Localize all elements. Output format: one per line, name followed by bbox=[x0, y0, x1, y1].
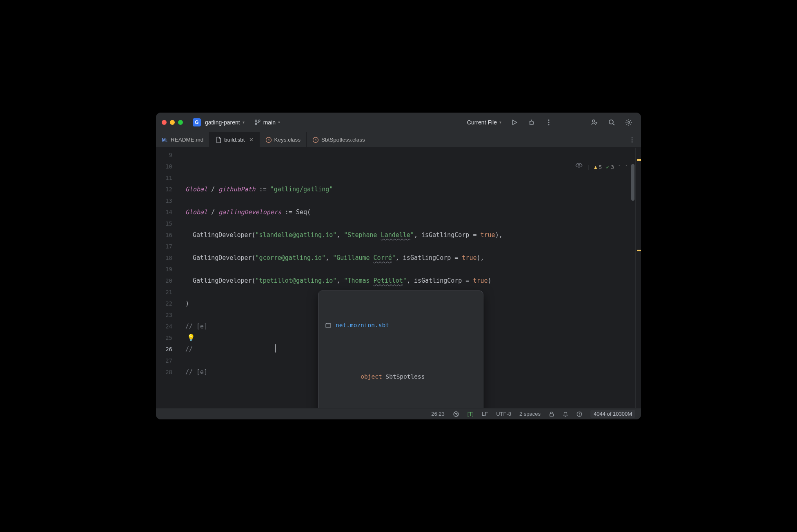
branch-icon bbox=[254, 119, 261, 126]
class-file-icon: c bbox=[265, 137, 272, 143]
svg-point-15 bbox=[632, 139, 633, 140]
tab-label: SbtSpotless.class bbox=[321, 137, 365, 143]
svg-text:c: c bbox=[315, 138, 317, 142]
tab-label: Keys.class bbox=[274, 137, 301, 143]
ok-count[interactable]: ✓ 3 bbox=[606, 162, 614, 173]
intention-bulb-icon[interactable]: 💡 bbox=[187, 332, 195, 344]
warning-icon: ▲ bbox=[594, 162, 597, 173]
svg-point-3 bbox=[530, 121, 534, 124]
file-encoding[interactable]: UTF-8 bbox=[496, 411, 511, 417]
project-selector[interactable]: gatling-parent ▾ bbox=[205, 119, 245, 126]
svg-point-4 bbox=[548, 119, 549, 120]
svg-point-9 bbox=[628, 121, 630, 123]
chevron-down-icon: ▾ bbox=[499, 120, 501, 124]
problems-icon[interactable] bbox=[577, 411, 582, 417]
branch-name: main bbox=[263, 119, 276, 126]
reader-mode-icon[interactable] bbox=[543, 150, 583, 184]
svg-point-8 bbox=[609, 120, 613, 124]
caret-position[interactable]: 26:23 bbox=[431, 411, 445, 417]
text-caret bbox=[275, 344, 276, 352]
quick-doc-popup: net.moznion.sbt object SbtSpotless exten… bbox=[318, 290, 483, 408]
editor: 910111213141516171819202122232425262728 … bbox=[156, 148, 641, 408]
svg-rect-23 bbox=[550, 414, 554, 416]
warnings-count[interactable]: ▲ 5 bbox=[594, 162, 602, 173]
settings-button[interactable] bbox=[625, 118, 633, 126]
no-newline-icon[interactable] bbox=[453, 411, 459, 417]
tab-label: build.sbt bbox=[224, 137, 245, 143]
project-icon: G bbox=[193, 118, 201, 126]
markdown-icon: M↓ bbox=[162, 137, 168, 143]
svg-point-7 bbox=[592, 120, 595, 122]
code-area[interactable]: | ▲ 5 ✓ 3 ˄ ˅ Global / githubPath := "ga… bbox=[182, 148, 635, 408]
class-file-icon: c bbox=[312, 137, 319, 143]
readonly-toggle[interactable] bbox=[549, 411, 554, 417]
close-window-button[interactable] bbox=[162, 120, 167, 125]
run-button[interactable] bbox=[510, 118, 519, 126]
editor-tabs: M↓ README.md build.sbt ✕ c Keys.class c … bbox=[156, 132, 641, 148]
svg-text:c: c bbox=[267, 138, 269, 142]
svg-point-5 bbox=[548, 122, 549, 123]
tab-keys-class[interactable]: c Keys.class bbox=[260, 132, 307, 147]
ide-window: G gatling-parent ▾ main ▾ Current File ▾ bbox=[156, 113, 641, 419]
tab-sbtspotless-class[interactable]: c SbtSpotless.class bbox=[307, 132, 371, 147]
chevron-down-icon: ▾ bbox=[243, 120, 245, 124]
check-icon: ✓ bbox=[606, 162, 609, 173]
tab-build-sbt[interactable]: build.sbt ✕ bbox=[209, 132, 259, 147]
svg-point-14 bbox=[632, 137, 633, 138]
more-actions-button[interactable] bbox=[545, 118, 553, 126]
vcs-branch-selector[interactable]: main ▾ bbox=[254, 119, 280, 126]
titlebar: G gatling-parent ▾ main ▾ Current File ▾ bbox=[156, 113, 641, 132]
svg-point-17 bbox=[578, 164, 580, 166]
prev-highlight-button[interactable]: ˄ bbox=[618, 162, 621, 173]
package-icon bbox=[325, 322, 332, 328]
package-name: net.moznion.sbt bbox=[336, 319, 389, 331]
svg-point-2 bbox=[258, 120, 260, 122]
sbt-file-icon bbox=[215, 137, 222, 143]
tab-label: README.md bbox=[171, 137, 203, 143]
code-with-me-button[interactable] bbox=[590, 118, 599, 126]
svg-point-16 bbox=[632, 141, 633, 142]
memory-indicator[interactable]: 4044 of 10300M bbox=[590, 410, 635, 418]
notifications-icon[interactable] bbox=[563, 411, 568, 417]
inspection-widget[interactable]: | ▲ 5 ✓ 3 ˄ ˅ bbox=[543, 150, 628, 184]
line-separator[interactable]: LF bbox=[482, 411, 488, 417]
zoom-window-button[interactable] bbox=[178, 120, 183, 125]
debug-button[interactable] bbox=[528, 118, 536, 126]
run-config-selector[interactable]: Current File ▾ bbox=[467, 119, 501, 126]
next-highlight-button[interactable]: ˅ bbox=[625, 162, 628, 173]
tab-mode[interactable]: [T] bbox=[468, 411, 474, 417]
search-button[interactable] bbox=[608, 118, 616, 126]
chevron-down-icon: ▾ bbox=[278, 120, 280, 124]
indent-settings[interactable]: 2 spaces bbox=[519, 411, 541, 417]
svg-point-6 bbox=[548, 124, 549, 125]
close-tab-button[interactable]: ✕ bbox=[249, 137, 254, 143]
window-controls bbox=[162, 120, 183, 125]
status-bar: 26:23 [T] LF UTF-8 2 spaces 4044 of 1030… bbox=[156, 408, 641, 419]
error-stripe[interactable] bbox=[635, 148, 641, 408]
run-config-label: Current File bbox=[467, 119, 497, 126]
vertical-scrollbar[interactable] bbox=[631, 164, 634, 201]
gutter[interactable]: 910111213141516171819202122232425262728 bbox=[156, 148, 182, 408]
tab-overflow-button[interactable] bbox=[623, 132, 641, 147]
minimize-window-button[interactable] bbox=[170, 120, 175, 125]
tab-readme[interactable]: M↓ README.md bbox=[156, 132, 209, 147]
svg-point-0 bbox=[255, 120, 257, 122]
project-name: gatling-parent bbox=[205, 119, 240, 126]
